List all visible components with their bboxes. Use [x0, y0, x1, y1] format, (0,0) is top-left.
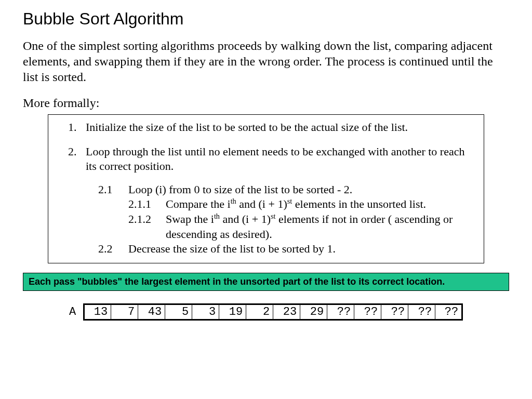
step-number: 2.2	[98, 242, 128, 257]
array-cell: ??	[327, 304, 354, 320]
intro-paragraph: One of the simplest sorting algorithms p…	[23, 38, 509, 85]
step-number: 2.1.2	[128, 212, 166, 242]
step-text: Loop (i) from 0 to size of the list to b…	[128, 182, 476, 197]
array-cell: ??	[381, 304, 408, 320]
callout-highlight: Each pass "bubbles" the largest element …	[23, 273, 509, 291]
array-cell: 29	[300, 304, 327, 320]
array-label: A	[69, 305, 76, 318]
array-cell: 5	[165, 304, 192, 320]
lead-label: More formally:	[23, 96, 509, 110]
algo-step-1: Initialize the size of the list to be so…	[79, 120, 476, 135]
slide-title: Bubble Sort Algorithm	[23, 9, 509, 29]
array-cell: 3	[192, 304, 219, 320]
array-cell: 7	[111, 304, 138, 320]
algo-step-2-1-1: 2.1.1 Compare the ith and (i + 1)st elem…	[128, 197, 476, 212]
array-cell: ??	[354, 304, 381, 320]
algo-step-2: Loop through the list until no element n…	[79, 144, 476, 257]
array-cell: ??	[435, 304, 462, 320]
step-text: Swap the ith and (i + 1)st elements if n…	[166, 212, 476, 242]
step-text: Compare the ith and (i + 1)st elements i…	[166, 197, 476, 212]
array-cell: 13	[84, 304, 111, 320]
step-text: Decrease the size of the list to be sort…	[128, 242, 476, 257]
array-cell: 2	[246, 304, 273, 320]
step-number: 2.1	[98, 182, 128, 197]
array-cell: 43	[138, 304, 165, 320]
algo-step-2-1-2: 2.1.2 Swap the ith and (i + 1)st element…	[128, 212, 476, 242]
array-cell: 23	[273, 304, 300, 320]
algo-step-2-text: Loop through the list until no element n…	[86, 145, 464, 173]
algorithm-box: Initialize the size of the list to be so…	[48, 114, 484, 263]
array-visualization: A 13743531922329??????????	[23, 303, 509, 321]
algo-step-2-1: 2.1 Loop (i) from 0 to size of the list …	[98, 182, 476, 197]
array-cell: 19	[219, 304, 246, 320]
array-cell: ??	[408, 304, 435, 320]
array-table: 13743531922329??????????	[83, 303, 463, 321]
algo-step-2-2: 2.2 Decrease the size of the list to be …	[98, 242, 476, 257]
step-number: 2.1.1	[128, 197, 166, 212]
